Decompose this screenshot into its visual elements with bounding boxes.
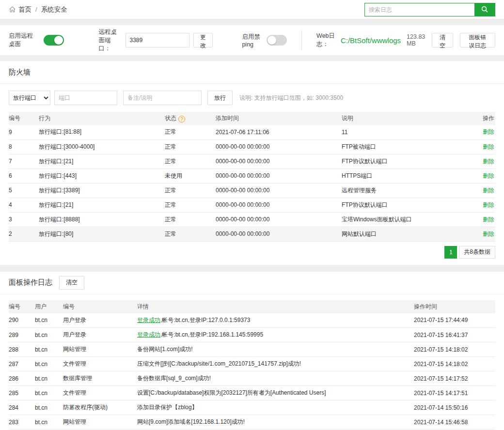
- log-detail-text: 备份数据库[sql_9_com]成功!: [137, 375, 211, 382]
- log-type: 防篡改程序(驱动): [63, 400, 137, 415]
- log-detail-text: ,帐号:bt.cn,登录IP:127.0.0.1:59373: [160, 317, 250, 323]
- port-input[interactable]: [54, 91, 117, 105]
- log-detail: 登录成功,帐号:bt.cn,登录IP:127.0.0.1:59373: [137, 313, 414, 328]
- log-id: 289: [9, 328, 35, 342]
- col-log-type: 编号: [63, 300, 137, 313]
- rule-time: 0000-00-00 00:00:00: [216, 212, 342, 227]
- col-log-user: 用户: [35, 300, 63, 313]
- log-user: bt.cn: [35, 328, 63, 342]
- rule-note: 网站默认端口: [342, 227, 467, 241]
- log-type: 用户登录: [63, 328, 137, 342]
- log-row: 284 bt.cn 防篡改程序(驱动) 添加目录保护【zblog】 2021-0…: [9, 400, 495, 415]
- log-detail-highlight: 登录成功: [137, 331, 160, 338]
- log-time: 2021-07-15 14:18:02: [414, 342, 495, 357]
- weblog-path-link[interactable]: C:/BtSoft/wwwlogs: [341, 36, 401, 45]
- weblog-group: Web日志： C:/BtSoft/wwwlogs 123.83 MB 清空 面板…: [316, 32, 495, 48]
- col-id: 编号: [9, 112, 39, 125]
- breadcrumb-bar: 首页 / 系统安全: [0, 0, 504, 19]
- log-detail-text: 设置[C:/backup/database]权限为[2032127]所有者为[A…: [137, 389, 326, 396]
- delete-rule-link[interactable]: 删除: [483, 172, 494, 179]
- log-detail: 压缩文件[]到[C:/backup/site/1.com_20210715_14…: [137, 357, 414, 371]
- panel-error-log-button[interactable]: 面板错误日志: [460, 33, 496, 47]
- operation-log-panel: 面板操作日志 清空 编号 用户 编号 详情 操作时间: [0, 272, 504, 430]
- log-time: 2021-07-14 15:50:16: [414, 400, 495, 415]
- rule-status: 正常: [165, 139, 216, 154]
- log-time: 2021-07-15 14:17:52: [414, 371, 495, 386]
- rule-id: 9: [9, 125, 39, 139]
- note-input[interactable]: [123, 91, 202, 105]
- log-id: 287: [9, 357, 35, 371]
- log-user: bt.cn: [35, 400, 63, 415]
- weblog-size: 123.83 MB: [407, 33, 425, 47]
- security-toolbar: 启用远程桌面 远程桌面端口： 更改 启用禁ping Web日志： C:/BtSo…: [0, 25, 504, 55]
- rule-note: FTP协议默认端口: [342, 198, 467, 212]
- firewall-panel: 防火墙 放行端口 放行 说明: 支持放行端口范围，如: 3000:3500 编号…: [0, 61, 504, 265]
- log-row: 285 bt.cn 文件管理 设置[C:/backup/database]权限为…: [9, 386, 495, 400]
- log-row: 288 bt.cn 网站管理 备份网站[1.com]成功! 2021-07-15…: [9, 342, 495, 357]
- rule-action: 放行端口:[3000-4000]: [39, 139, 165, 154]
- rule-note: 11: [342, 125, 467, 139]
- total-count-label: 共8条数据: [459, 246, 495, 259]
- log-row: 289 bt.cn 用户登录 登录成功,帐号:bt.cn,登录IP:192.16…: [9, 328, 495, 342]
- log-detail-text: 网站[9.com]添加域名[192.168.1.120]成功!: [137, 418, 245, 425]
- ping-toggle[interactable]: [267, 35, 287, 46]
- rule-note: FTP协议默认端口: [342, 154, 467, 169]
- log-user: bt.cn: [35, 415, 63, 430]
- log-user: bt.cn: [35, 371, 63, 386]
- col-status: 状态?: [165, 112, 216, 125]
- delete-rule-link[interactable]: 删除: [483, 143, 494, 150]
- col-action: 行为: [39, 112, 165, 125]
- page-button-1[interactable]: 1: [444, 246, 457, 259]
- firewall-rule-row: 7 放行端口:[21] 正常 0000-00-00 00:00:00 FTP协议…: [9, 154, 495, 169]
- firewall-rule-row: 4 放行端口:[21] 正常 0000-00-00 00:00:00 FTP协议…: [9, 198, 495, 212]
- log-type: 文件管理: [63, 386, 137, 400]
- col-op: 操作: [467, 112, 495, 125]
- log-detail: 备份数据库[sql_9_com]成功!: [137, 371, 414, 386]
- weblog-clear-button[interactable]: 清空: [432, 33, 453, 47]
- log-clear-button[interactable]: 清空: [59, 276, 84, 290]
- delete-rule-link[interactable]: 删除: [483, 201, 494, 208]
- log-table-header: 编号 用户 编号 详情 操作时间: [9, 300, 495, 313]
- firewall-table-header: 编号 行为 状态? 添加时间 说明 操作: [9, 112, 495, 125]
- log-detail-text: 压缩文件[]到[C:/backup/site/1.com_20210715_14…: [137, 360, 301, 367]
- port-range-help-text: 说明: 支持放行端口范围，如: 3000:3500: [239, 94, 343, 102]
- search-button[interactable]: [474, 3, 495, 16]
- firewall-rule-row: 5 放行端口:[3389] 正常 0000-00-00 00:00:00 远程管…: [9, 183, 495, 198]
- rule-action: 放行端口:[3389]: [39, 183, 165, 198]
- log-type: 数据库管理: [63, 371, 137, 386]
- rule-action: 放行端口:[21]: [39, 198, 165, 212]
- status-help-icon[interactable]: ?: [178, 116, 185, 123]
- remote-desktop-toggle[interactable]: [44, 35, 64, 46]
- breadcrumb-home-link[interactable]: 首页: [18, 5, 32, 14]
- rule-id: 7: [9, 154, 39, 169]
- delete-rule-link[interactable]: 删除: [483, 158, 494, 165]
- log-detail-highlight: 登录成功: [137, 317, 160, 323]
- rule-type-select[interactable]: 放行端口: [9, 91, 50, 105]
- log-user: bt.cn: [35, 342, 63, 357]
- log-detail-text: 添加目录保护【zblog】: [137, 404, 198, 411]
- delete-rule-link[interactable]: 删除: [483, 230, 494, 237]
- remote-port-input[interactable]: [126, 33, 189, 47]
- home-icon: [9, 6, 16, 13]
- toggle-knob: [268, 36, 276, 45]
- log-id: 288: [9, 342, 35, 357]
- col-log-time: 操作时间: [414, 300, 495, 313]
- search-input[interactable]: [365, 3, 474, 16]
- change-port-button[interactable]: 更改: [193, 33, 213, 47]
- log-user: bt.cn: [35, 313, 63, 328]
- rule-status: 正常: [165, 125, 216, 139]
- delete-rule-link[interactable]: 删除: [483, 216, 494, 223]
- delete-rule-link[interactable]: 删除: [483, 187, 494, 194]
- log-type: 文件管理: [63, 357, 137, 371]
- col-log-detail: 详情: [137, 300, 414, 313]
- log-user: bt.cn: [35, 386, 63, 400]
- firewall-rule-row: 2 放行端口:[80] 正常 0000-00-00 00:00:00 网站默认端…: [9, 227, 495, 241]
- log-detail: 登录成功,帐号:bt.cn,登录IP:192.168.1.145:59995: [137, 328, 414, 342]
- log-row: 283 bt.cn 网站管理 网站[9.com]添加域名[192.168.1.1…: [9, 415, 495, 430]
- delete-rule-link[interactable]: 删除: [483, 128, 494, 135]
- rule-status: 正常: [165, 227, 216, 241]
- log-time: 2021-07-15 14:18:02: [414, 357, 495, 371]
- rule-status: 正常: [165, 198, 216, 212]
- allow-port-button[interactable]: 放行: [207, 91, 233, 105]
- rule-action: 放行端口:[21]: [39, 154, 165, 169]
